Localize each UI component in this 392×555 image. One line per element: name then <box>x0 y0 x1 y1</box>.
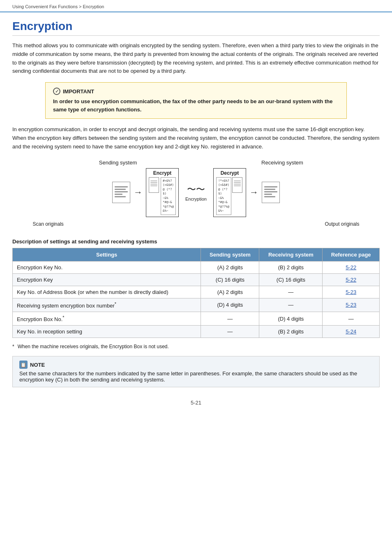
cell-reference[interactable]: 5-24 <box>323 326 380 338</box>
important-icon: ✓ <box>53 88 60 95</box>
arrow-to-encrypt: → <box>134 187 143 198</box>
note-header: 📋 NOTE <box>19 361 373 369</box>
encryption-description: In encryption communication, in order to… <box>12 125 380 151</box>
footnote: * When the machine receives originals, t… <box>12 344 380 349</box>
cell-sending: (A) 2 digits <box>201 261 259 273</box>
cell-receiving: — <box>259 298 323 312</box>
table-section-title: Description of settings at sending and r… <box>12 238 380 245</box>
cell-receiving: (B) 2 digits <box>259 326 323 338</box>
cell-setting: Key No. of Address Book (or when the num… <box>13 286 201 298</box>
note-label: NOTE <box>30 362 45 368</box>
decrypt-title: Decrypt <box>216 170 243 176</box>
intro-text: This method allows you to communicate wi… <box>12 42 380 76</box>
cell-sending: — <box>201 312 259 325</box>
page-title: Encryption <box>12 20 380 36</box>
output-label: Output originals <box>325 221 359 227</box>
table-row: Key No. of Address Book (or when the num… <box>13 286 380 298</box>
encryption-diagram: Sending system Receiving system → <box>12 160 380 229</box>
sending-label: Sending system <box>52 160 184 166</box>
page-number: 5-21 <box>12 400 380 406</box>
cell-setting: Receiving system encryption box number* <box>13 298 201 312</box>
cell-sending: — <box>201 326 259 338</box>
table-row: Encryption Key(C) 16 digits(C) 16 digits… <box>13 273 380 286</box>
cell-sending: (D) 4 digits <box>201 298 259 312</box>
scan-label: Scan originals <box>32 221 63 227</box>
receiving-label: Receiving system <box>217 160 348 166</box>
cell-sending: (C) 16 digits <box>201 273 259 286</box>
cell-receiving: (B) 2 digits <box>259 261 323 273</box>
encrypted-content-2: !*=&%?(=&$#)@ (*?$)~&%*#@~&*@??%@&%~ <box>216 177 231 215</box>
important-body: In order to use encryption communication… <box>53 97 339 113</box>
cell-receiving: (C) 16 digits <box>259 273 323 286</box>
col-header-settings: Settings <box>13 248 201 261</box>
cell-setting: Key No. in reception setting <box>13 326 201 338</box>
encrypt-title: Encrypt <box>149 170 176 176</box>
important-label: IMPORTANT <box>63 88 94 95</box>
cell-reference[interactable]: 5-23 <box>323 298 380 312</box>
cell-setting: Encryption Box No.* <box>13 312 201 325</box>
decrypt-box: Decrypt !*=&%?(=&$#)@ (*?$)~&%*#@~&*@??%… <box>213 168 246 217</box>
cell-receiving: — <box>259 286 323 298</box>
breadcrumb: Using Convenient Fax Functions > Encrypt… <box>0 0 392 12</box>
cell-reference[interactable]: 5-23 <box>323 286 380 298</box>
important-box: ✓ IMPORTANT In order to use encryption c… <box>45 82 347 119</box>
note-text: Set the same characters for the numbers … <box>19 370 357 383</box>
cell-reference[interactable]: 5-22 <box>323 261 380 273</box>
encrypted-content-1: #=&%?(=&$#)@ (*?$)~&%*#@~&*@??%@&%~ <box>161 177 176 215</box>
footnote-star: * <box>12 344 14 349</box>
col-header-sending: Sending system <box>201 248 259 261</box>
table-row: Encryption Box No.*—(D) 4 digits— <box>13 312 380 325</box>
table-row: Key No. in reception setting—(B) 2 digit… <box>13 326 380 338</box>
encryption-middle: 〜〜 Encryption <box>185 183 207 201</box>
cell-reference: — <box>323 312 380 325</box>
col-header-reference: Reference page <box>323 248 380 261</box>
cell-setting: Encryption Key <box>13 273 201 286</box>
output-document <box>262 182 280 203</box>
cell-reference[interactable]: 5-22 <box>323 273 380 286</box>
cell-receiving: (D) 4 digits <box>259 312 323 325</box>
settings-table: Settings Sending system Receiving system… <box>12 248 380 338</box>
table-row: Encryption Key No.(A) 2 digits(B) 2 digi… <box>13 261 380 273</box>
arrow-to-output: → <box>249 187 258 198</box>
table-row: Receiving system encryption box number*(… <box>13 298 380 312</box>
encryption-label: Encryption <box>185 197 207 201</box>
note-box: 📋 NOTE Set the same characters for the n… <box>12 356 380 387</box>
col-header-receiving: Receiving system <box>259 248 323 261</box>
note-icon: 📋 <box>19 361 28 369</box>
footnote-text: When the machine receives originals, the… <box>18 344 169 349</box>
important-header: ✓ IMPORTANT <box>53 88 339 95</box>
encrypt-box: Encrypt #=&%?(=&$#)@ (*?$)~&%*#@~&*@??%@… <box>146 168 179 217</box>
scan-document <box>112 182 130 203</box>
cell-sending: (A) 2 digits <box>201 286 259 298</box>
cell-setting: Encryption Key No. <box>13 261 201 273</box>
